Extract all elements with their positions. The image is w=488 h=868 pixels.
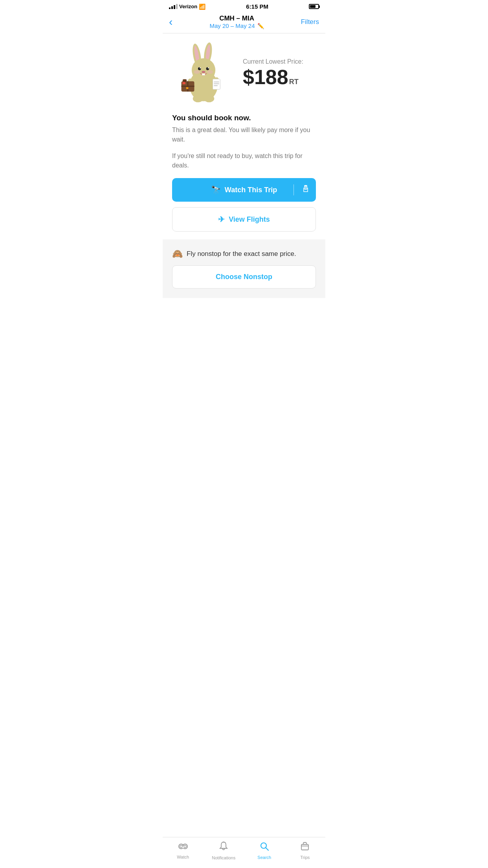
- plane-icon: ✈: [218, 215, 225, 224]
- svg-rect-25: [213, 79, 220, 89]
- view-flights-button[interactable]: ✈ View Flights: [172, 207, 316, 232]
- status-bar: Verizon 📶 6:15 PM: [163, 0, 325, 11]
- svg-rect-24: [186, 87, 189, 89]
- price-amount: $188: [243, 67, 288, 87]
- price-section: Current Lowest Price: $188 RT: [243, 58, 303, 87]
- price-display: $188 RT: [243, 67, 303, 87]
- book-section: You should book now. This is a great dea…: [163, 114, 325, 232]
- signal-icon: [169, 4, 178, 9]
- main-content: Current Lowest Price: $188 RT: [163, 33, 325, 114]
- nonstop-message: Fly nonstop for the exact same price.: [187, 250, 296, 258]
- svg-point-18: [204, 95, 214, 102]
- choose-nonstop-button[interactable]: Choose Nonstop: [172, 265, 316, 289]
- svg-rect-14: [204, 74, 205, 75]
- watch-description: If you're still not ready to buy, watch …: [172, 151, 316, 170]
- hero-section: Current Lowest Price: $188 RT: [172, 41, 316, 114]
- bunny-mascot: [172, 41, 235, 104]
- battery-icon: [309, 4, 319, 9]
- svg-point-8: [200, 67, 201, 68]
- monkey-emoji: 🙈: [172, 249, 183, 259]
- binoculars-icon: 🔭: [211, 185, 221, 195]
- svg-point-12: [207, 70, 213, 74]
- book-description: This is a great deal. You will likely pa…: [172, 125, 316, 144]
- svg-rect-22: [187, 81, 189, 92]
- carrier-name: Verizon: [179, 4, 197, 9]
- svg-rect-23: [182, 82, 185, 85]
- route-label: CMH – MIA: [209, 15, 264, 22]
- nav-title: CMH – MIA May 20 – May 24 ✏️: [209, 15, 264, 29]
- nonstop-header: 🙈 Fly nonstop for the exact same price.: [172, 249, 316, 259]
- share-icon[interactable]: [302, 185, 310, 195]
- watch-trip-label: Watch This Trip: [225, 186, 277, 194]
- watch-trip-button[interactable]: 🔭 Watch This Trip: [172, 178, 316, 202]
- divider: [294, 184, 294, 195]
- status-right: [309, 4, 319, 9]
- filters-button[interactable]: Filters: [301, 18, 319, 26]
- svg-rect-13: [202, 74, 204, 75]
- edit-icon[interactable]: ✏️: [257, 23, 264, 29]
- wifi-icon: 📶: [199, 4, 205, 10]
- nonstop-section: 🙈 Fly nonstop for the exact same price. …: [163, 239, 325, 298]
- book-now-headline: You should book now.: [172, 114, 316, 122]
- price-rt: RT: [289, 78, 299, 86]
- svg-rect-20: [183, 79, 186, 83]
- view-flights-label: View Flights: [229, 215, 270, 224]
- back-button[interactable]: ‹: [169, 17, 172, 28]
- dates-label: May 20 – May 24 ✏️: [209, 22, 264, 29]
- status-left: Verizon 📶: [169, 4, 205, 10]
- svg-point-10: [202, 71, 205, 73]
- svg-point-5: [192, 58, 215, 82]
- price-label: Current Lowest Price:: [243, 58, 303, 65]
- nav-header: ‹ CMH – MIA May 20 – May 24 ✏️ Filters: [163, 11, 325, 33]
- svg-point-9: [208, 67, 209, 68]
- status-time: 6:15 PM: [246, 3, 268, 10]
- svg-point-17: [193, 95, 203, 102]
- svg-point-11: [194, 70, 200, 74]
